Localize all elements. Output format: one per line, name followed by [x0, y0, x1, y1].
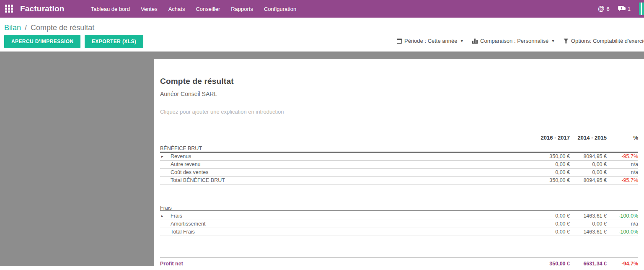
column-header-period1: 2016 - 2017 [524, 135, 570, 141]
row-value-2: 0,00 € [570, 169, 607, 175]
row-percent: n/a [607, 221, 638, 227]
export-xls-button[interactable]: EXPORTER (XLS) [85, 35, 143, 48]
menu-configuration[interactable]: Configuration [259, 0, 302, 18]
row-value-1: 0,00 € [524, 169, 570, 175]
row-label: Total Frais [160, 229, 524, 235]
section-header-row: BÉNÉFICE BRUT [160, 145, 638, 153]
apps-menu-icon[interactable] [5, 5, 13, 13]
row-percent: n/a [607, 169, 638, 175]
chevron-down-icon: ▾ [460, 38, 463, 44]
table-row: Amortissement 0,00 € 0,00 € n/a [160, 220, 638, 228]
at-icon: @ [598, 5, 605, 13]
row-value-1: 0,00 € [524, 221, 570, 227]
section-header-label: BÉNÉFICE BRUT [160, 145, 524, 151]
report-table: 2016 - 2017 2014 - 2015 % BÉNÉFICE BRUT … [160, 133, 638, 268]
activities-badge[interactable]: @ 6 [598, 5, 610, 13]
messages-badge[interactable]: 1 [618, 6, 631, 12]
report-title: Compte de résultat [160, 77, 638, 86]
print-preview-button[interactable]: APERCU D'IMPRESSION [4, 35, 80, 48]
row-label: Coût des ventes [160, 169, 524, 175]
row-value-2: 8094,95 € [570, 177, 607, 183]
expand-caret-icon[interactable]: ▸ [161, 154, 163, 158]
row-value-2: 8094,95 € [570, 153, 607, 159]
table-sections: BÉNÉFICE BRUT ▸ Revenus 350,00 € 8094,95… [160, 145, 638, 236]
row-label: Autre revenu [160, 161, 524, 167]
report-paper: Compte de résultat Aunéor Conseil SARL C… [154, 59, 644, 270]
table-row: ▸ Revenus 350,00 € 8094,95 € -95.7% [160, 153, 638, 161]
intro-note-placeholder[interactable]: Cliquez pour ajouter une explication en … [160, 109, 494, 118]
main-menu: Tableau de bord Ventes Achats Conseiller… [85, 0, 302, 18]
row-value-2: 0,00 € [570, 161, 607, 167]
comparison-filter-label: Comparaison : Personnalisé [480, 38, 548, 44]
report-toolbar: APERCU D'IMPRESSION EXPORTER (XLS) Pério… [0, 32, 644, 51]
breadcrumb-parent-link[interactable]: Bilan [4, 23, 21, 32]
row-value-1: 350,00 € [524, 153, 570, 159]
row-label: ▸ Revenus [160, 153, 524, 159]
table-row: Coût des ventes 0,00 € 0,00 € n/a [160, 169, 638, 177]
report-canvas: Compte de résultat Aunéor Conseil SARL C… [0, 51, 644, 266]
breadcrumb-separator: / [25, 23, 27, 32]
table-row: Autre revenu 0,00 € 0,00 € n/a [160, 161, 638, 169]
row-percent: -95.7% [607, 153, 638, 159]
menu-ventes[interactable]: Ventes [135, 0, 163, 18]
menu-achats[interactable]: Achats [163, 0, 191, 18]
row-value-1: 350,00 € [524, 177, 570, 183]
row-value-2: 1463,61 € [570, 229, 607, 235]
options-filter[interactable]: Options: Comptabilité d'exercice, E [564, 38, 644, 44]
net-profit-label: Profit net [160, 261, 524, 267]
menu-conseiller[interactable]: Conseiller [190, 0, 225, 18]
report-section: Frais ▸ Frais 0,00 € 1463,61 € -100.0% A… [160, 205, 638, 236]
menu-tableau-de-bord[interactable]: Tableau de bord [85, 0, 135, 18]
app-brand[interactable]: Facturation [20, 4, 65, 13]
table-row: Total BÉNÉFICE BRUT 350,00 € 8094,95 € -… [160, 177, 638, 184]
report-company: Aunéor Conseil SARL [160, 91, 638, 97]
bar-chart-icon [472, 39, 478, 44]
breadcrumb-current: Compte de résultat [31, 23, 94, 32]
row-percent: -100.0% [607, 229, 638, 235]
user-avatar[interactable] [639, 3, 644, 15]
net-profit-value-2: 6631,34 € [570, 261, 607, 267]
row-label: ▸ Frais [160, 213, 524, 219]
row-value-1: 0,00 € [524, 229, 570, 235]
options-filter-label: Options: Comptabilité d'exercice, E [571, 38, 644, 44]
column-header-percent: % [607, 135, 638, 141]
chat-bubble-icon [618, 6, 626, 12]
section-header-label: Frais [160, 205, 524, 211]
period-filter-label: Période : Cette année [404, 38, 457, 44]
report-filters: Période : Cette année ▾ Comparaison : Pe… [397, 38, 644, 44]
comparison-filter[interactable]: Comparaison : Personnalisé ▾ [472, 38, 554, 44]
row-label: Total BÉNÉFICE BRUT [160, 177, 524, 183]
table-header-row: 2016 - 2017 2014 - 2015 % [160, 133, 638, 142]
funnel-icon [564, 39, 569, 44]
chevron-down-icon: ▾ [552, 38, 554, 44]
report-section: BÉNÉFICE BRUT ▸ Revenus 350,00 € 8094,95… [160, 145, 638, 184]
net-profit-block: Profit net 350,00 € 6631,34 € -94.7% [160, 256, 638, 268]
breadcrumb: Bilan / Compte de résultat [0, 18, 644, 32]
top-navbar: Facturation Tableau de bord Ventes Achat… [0, 0, 644, 18]
menu-rapports[interactable]: Rapports [225, 0, 259, 18]
net-profit-percent: -94.7% [607, 261, 638, 267]
table-row: ▸ Frais 0,00 € 1463,61 € -100.0% [160, 212, 638, 220]
net-profit-value-1: 350,00 € [524, 261, 570, 267]
row-percent: n/a [607, 161, 638, 167]
period-filter[interactable]: Période : Cette année ▾ [397, 38, 463, 44]
row-value-1: 0,00 € [524, 161, 570, 167]
row-value-1: 0,00 € [524, 213, 570, 219]
navbar-right: @ 6 1 [598, 0, 644, 18]
calendar-icon [397, 39, 402, 44]
row-value-2: 1463,61 € [570, 213, 607, 219]
column-header-period2: 2014 - 2015 [570, 135, 607, 141]
section-header-row: Frais [160, 205, 638, 212]
message-count: 1 [628, 6, 631, 12]
row-percent: -95.7% [607, 177, 638, 183]
table-row: Total Frais 0,00 € 1463,61 € -100.0% [160, 228, 638, 236]
row-label: Amortissement [160, 221, 524, 227]
activity-count: 6 [607, 6, 610, 12]
net-profit-row: Profit net 350,00 € 6631,34 € -94.7% [160, 260, 638, 268]
row-value-2: 0,00 € [570, 221, 607, 227]
expand-caret-icon[interactable]: ▸ [161, 214, 163, 218]
row-percent: -100.0% [607, 213, 638, 219]
